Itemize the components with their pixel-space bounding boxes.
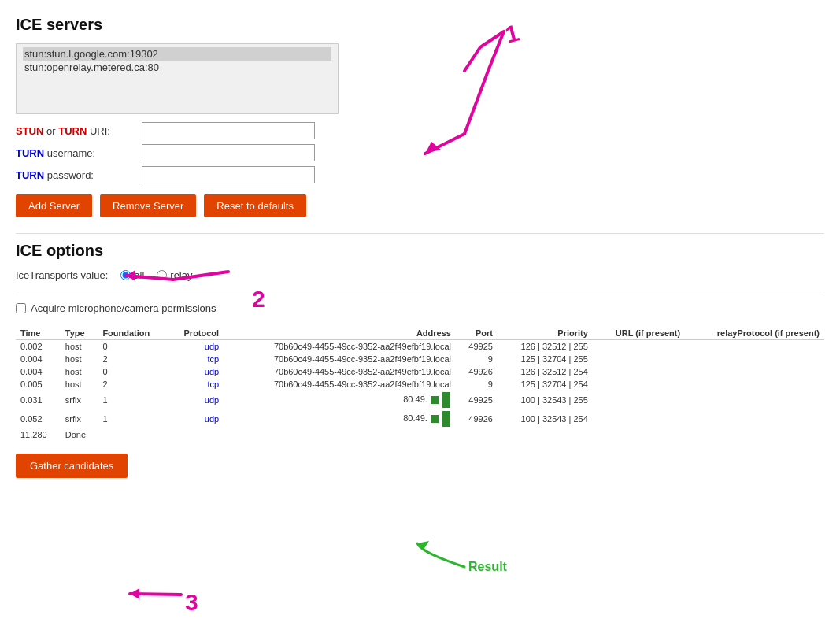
turn-password-row: TURN password: — [16, 166, 824, 183]
ice-servers-title: ICE servers — [16, 16, 824, 34]
cell-url — [593, 353, 685, 365]
col-foundation: Foundation — [98, 327, 168, 340]
turn-password-label: TURN password: — [16, 169, 142, 181]
cell-priority: 125 | 32704 | 254 — [498, 378, 593, 391]
cell-time: 0.004 — [16, 365, 61, 378]
cell-time: 0.052 — [16, 409, 61, 428]
cell-foundation: 1 — [98, 391, 168, 409]
server-list[interactable]: stun:stun.l.google.com:19302 stun:openre… — [16, 43, 339, 114]
cell-relay-protocol — [685, 340, 824, 354]
ice-transport-all-radio[interactable] — [120, 270, 131, 280]
ice-servers-section: ICE servers stun:stun.l.google.com:19302… — [16, 16, 824, 217]
divider-1 — [16, 233, 824, 234]
col-priority: Priority — [498, 327, 593, 340]
table-row: 0.052 srflx 1 udp 80.49. 49926 100 | 325… — [16, 409, 824, 428]
col-port: Port — [456, 327, 498, 340]
ice-transport-relay-radio[interactable] — [157, 270, 167, 280]
cell-protocol: udp — [168, 340, 224, 354]
turn-username-text: username: — [47, 147, 95, 159]
table-row: 0.031 srflx 1 udp 80.49. 49925 100 | 325… — [16, 391, 824, 409]
ice-transport-relay-option[interactable]: relay — [157, 269, 192, 281]
reset-defaults-button[interactable]: Reset to defaults — [204, 194, 306, 217]
cell-done-spacer — [98, 428, 824, 441]
cell-port: 49926 — [456, 365, 498, 378]
ice-options-section: ICE options IceTransports value: all rel… — [16, 242, 824, 281]
table-row: 11.280 Done — [16, 428, 824, 441]
server-list-item-2[interactable]: stun:openrelay.metered.ca:80 — [23, 61, 331, 74]
divider-2 — [16, 294, 824, 294]
gather-candidates-button[interactable]: Gather candidates — [16, 454, 128, 478]
stun-turn-uri-row: STUN or TURN URI: — [16, 122, 824, 139]
col-time: Time — [16, 327, 61, 340]
ice-transport-label: IceTransports value: — [16, 269, 108, 281]
col-relay-protocol: relayProtocol (if present) — [685, 327, 824, 340]
server-buttons-row: Add Server Remove Server Reset to defaul… — [16, 194, 824, 217]
cell-foundation: 2 — [98, 378, 168, 391]
cell-url — [593, 340, 685, 354]
col-protocol: Protocol — [168, 327, 224, 340]
table-row: 0.004 host 0 udp 70b60c49-4455-49cc-9352… — [16, 365, 824, 378]
cell-protocol: udp — [168, 365, 224, 378]
ice-transport-all-label: all — [134, 269, 144, 281]
cell-type: srflx — [61, 409, 98, 428]
cell-foundation: 0 — [98, 365, 168, 378]
cell-time: 0.005 — [16, 378, 61, 391]
server-list-item-1[interactable]: stun:stun.l.google.com:19302 — [23, 47, 331, 61]
cell-url — [593, 391, 685, 409]
cell-priority: 100 | 32543 | 254 — [498, 409, 593, 428]
candidates-table: Time Type Foundation Protocol Address Po… — [16, 327, 824, 441]
cell-time: 0.031 — [16, 391, 61, 409]
cell-relay-protocol — [685, 353, 824, 365]
permissions-checkbox[interactable] — [16, 303, 26, 313]
cell-protocol: udp — [168, 409, 224, 428]
cell-type: host — [61, 378, 98, 391]
stun-turn-or-text: or — [46, 125, 58, 137]
cell-port: 9 — [456, 353, 498, 365]
turn-username-input[interactable] — [142, 144, 315, 161]
cell-url — [593, 365, 685, 378]
cell-address: 70b60c49-4455-49cc-9352-aa2f49efbf19.loc… — [224, 340, 456, 354]
cell-relay-protocol — [685, 365, 824, 378]
table-row: 0.004 host 2 tcp 70b60c49-4455-49cc-9352… — [16, 353, 824, 365]
ice-transport-all-option[interactable]: all — [120, 269, 144, 281]
remove-server-button[interactable]: Remove Server — [100, 194, 196, 217]
stun-turn-uri-label: STUN or TURN URI: — [16, 125, 142, 137]
cell-time: 0.002 — [16, 340, 61, 354]
turn-highlight-2: TURN — [16, 147, 44, 159]
cell-address: 70b60c49-4455-49cc-9352-aa2f49efbf19.loc… — [224, 353, 456, 365]
cell-address: 80.49. — [224, 409, 456, 428]
table-row: 0.005 host 2 tcp 70b60c49-4455-49cc-9352… — [16, 378, 824, 391]
stun-turn-uri-input[interactable] — [142, 122, 315, 139]
stun-turn-uri-text: URI: — [90, 125, 110, 137]
cell-priority: 126 | 32512 | 254 — [498, 365, 593, 378]
cell-type: host — [61, 365, 98, 378]
cell-port: 49925 — [456, 391, 498, 409]
cell-time: 11.280 — [16, 428, 61, 441]
bar-short — [431, 415, 439, 423]
cell-relay-protocol — [685, 391, 824, 409]
ice-transport-relay-label: relay — [170, 269, 192, 281]
cell-protocol: tcp — [168, 353, 224, 365]
cell-type: host — [61, 340, 98, 354]
bar-tall — [442, 392, 450, 408]
cell-port: 49926 — [456, 409, 498, 428]
cell-foundation: 0 — [98, 340, 168, 354]
cell-address: 80.49. — [224, 391, 456, 409]
bar-tall — [442, 411, 450, 427]
table-row: 0.002 host 0 udp 70b60c49-4455-49cc-9352… — [16, 340, 824, 354]
stun-highlight: STUN — [16, 125, 43, 137]
cell-type: srflx — [61, 391, 98, 409]
permissions-label: Acquire microphone/camera permissions — [31, 302, 216, 314]
cell-time: 0.004 — [16, 353, 61, 365]
cell-port: 49925 — [456, 340, 498, 354]
turn-password-input[interactable] — [142, 166, 315, 183]
cell-relay-protocol — [685, 409, 824, 428]
cell-url — [593, 409, 685, 428]
cell-type: host — [61, 353, 98, 365]
cell-relay-protocol — [685, 378, 824, 391]
permissions-row: Acquire microphone/camera permissions — [16, 302, 824, 314]
add-server-button[interactable]: Add Server — [16, 194, 92, 217]
col-url: URL (if present) — [593, 327, 685, 340]
bar-short — [431, 396, 439, 404]
cell-priority: 125 | 32704 | 255 — [498, 353, 593, 365]
